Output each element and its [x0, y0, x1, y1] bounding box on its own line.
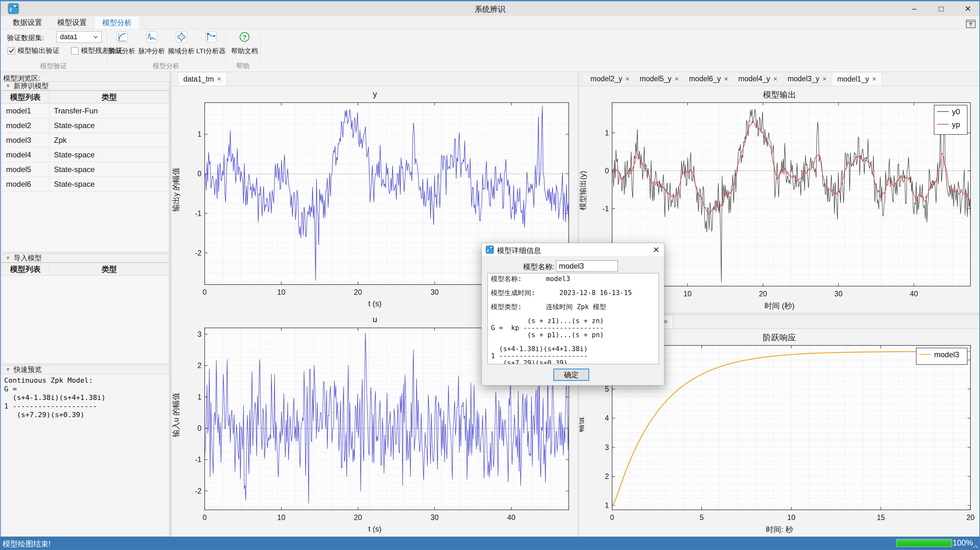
频域分析-button[interactable]: 频域分析	[167, 29, 196, 56]
tab-close-icon[interactable]: ×	[724, 75, 728, 83]
section-header-new-models[interactable]: ▼ 新辨识模型	[1, 81, 169, 91]
minimize-button[interactable]: –	[908, 4, 921, 13]
group-caption: 帮助	[236, 62, 250, 70]
LTI分析器-button[interactable]: LTI分析器	[196, 29, 226, 56]
svg-text:y0: y0	[952, 107, 960, 116]
svg-text:?: ?	[243, 33, 247, 41]
svg-text:15: 15	[877, 513, 885, 521]
阶跃分析-button[interactable]: 阶跃分析	[107, 29, 137, 56]
tab-model5_y[interactable]: model5_y×	[635, 72, 684, 86]
column-header[interactable]: 模型列表	[2, 91, 49, 103]
svg-text:yp: yp	[952, 120, 960, 129]
svg-text:-1: -1	[195, 209, 202, 218]
model-name-label: 模型名称:	[523, 262, 554, 272]
ok-button[interactable]: 确定	[554, 369, 589, 381]
svg-text:4: 4	[605, 414, 609, 422]
svg-text:1: 1	[197, 393, 202, 401]
svg-text:10: 10	[277, 513, 286, 521]
lti-icon	[205, 31, 217, 44]
table-row-model1[interactable]: model1Transfer-Fun	[2, 103, 169, 118]
svg-text:-1: -1	[195, 455, 202, 464]
status-message: 模型绘图结束!	[3, 539, 51, 549]
tab-model6_y[interactable]: model6_y×	[684, 72, 733, 86]
section-header-quick-preview[interactable]: ▼ 快速预览	[1, 365, 169, 374]
svg-text:3: 3	[197, 330, 202, 339]
tab-model3_y[interactable]: model3_y×	[782, 72, 832, 86]
tab-close-icon[interactable]: ×	[822, 75, 827, 83]
collapse-triangle-icon: ▼	[5, 255, 11, 261]
identified-models-table: 模型列表类型model1Transfer-Funmodel2State-spac…	[1, 91, 169, 253]
column-header[interactable]: 类型	[49, 92, 169, 102]
tab-model1_y[interactable]: model1_y×	[832, 72, 882, 86]
dataset-label: 验证数据集:	[7, 33, 44, 43]
collapse-triangle-icon: ▼	[5, 83, 11, 89]
model-browser-sidebar: 模型浏览区: ▼ 新辨识模型 模型列表类型model1Transfer-Funm…	[1, 72, 170, 537]
checkbox-box[interactable]	[71, 47, 78, 54]
svg-text:5: 5	[605, 385, 609, 393]
svg-text:20: 20	[354, 513, 362, 521]
step-icon	[116, 31, 128, 44]
ribbon-tab-模型设置[interactable]: 模型设置	[50, 16, 94, 29]
model-output-tab-bar: model2_y×model5_y×model6_y×model4_y×mode…	[579, 72, 979, 86]
tab-data1_tm[interactable]: data1_tm×	[178, 72, 227, 86]
tab-close-icon[interactable]: ×	[872, 75, 877, 83]
tab-model2_y[interactable]: model2_y×	[585, 72, 635, 86]
chevron-down-icon	[93, 35, 98, 38]
dialog-close-icon[interactable]: ✕	[652, 245, 660, 255]
collapse-ribbon-icon[interactable]	[966, 20, 975, 29]
checkbox-model-output-validation[interactable]: 模型输出验证	[8, 46, 60, 56]
svg-text:-2: -2	[195, 487, 202, 495]
column-header[interactable]: 模型列表	[2, 263, 49, 275]
svg-text:0: 0	[197, 170, 202, 178]
svg-text:30: 30	[430, 288, 439, 296]
model-name-input[interactable]	[556, 260, 618, 272]
plot-ylabel: 输入u 的幅值	[172, 393, 181, 437]
legend: y0yp	[934, 105, 967, 135]
ribbon-tab-数据设置[interactable]: 数据设置	[5, 16, 50, 29]
imported-models-table: 模型列表类型	[1, 262, 169, 364]
legend: model3	[916, 348, 967, 364]
svg-text:20: 20	[966, 513, 975, 521]
dataset-value: data1	[60, 33, 78, 41]
svg-text:30: 30	[834, 290, 843, 298]
svg-text:0: 0	[605, 167, 609, 175]
table-row-model3[interactable]: model3Zpk	[2, 133, 169, 148]
maximize-button[interactable]: □	[935, 4, 948, 13]
column-header[interactable]: 类型	[49, 264, 169, 274]
table-row-model5[interactable]: model5State-space	[2, 162, 169, 177]
table-row-model2[interactable]: model2State-space	[2, 118, 169, 133]
close-button[interactable]: ✕	[961, 4, 974, 13]
svg-text:0: 0	[610, 513, 614, 521]
svg-text:2: 2	[605, 472, 609, 480]
svg-text:1: 1	[197, 130, 202, 138]
tab-model4_y[interactable]: model4_y×	[733, 72, 783, 86]
plot-xlabel: 时间: 秒	[579, 525, 979, 537]
svg-text:2: 2	[197, 361, 202, 370]
section-header-imported-models[interactable]: ▼ 导入模型	[1, 254, 169, 262]
status-bar: 模型绘图结束! 100%	[1, 537, 979, 549]
model-info-text: 模型名称: model3 模型生成时间: 2023-12-8 16-13-15 …	[487, 273, 659, 364]
tab-close-icon[interactable]: ×	[675, 75, 679, 83]
checkbox-box[interactable]	[8, 47, 15, 54]
svg-text:40: 40	[910, 290, 918, 298]
plot-xlabel: t (s)	[172, 525, 578, 537]
ribbon-tab-bar: 数据设置模型设置模型分析	[1, 16, 979, 29]
resize-grip[interactable]	[973, 543, 978, 548]
help-icon: ?	[239, 31, 250, 44]
脉冲分析-button[interactable]: 脉冲分析	[137, 29, 166, 56]
title-bar: 系统辨识 – □ ✕	[1, 1, 979, 16]
tab-close-icon[interactable]: ×	[217, 75, 221, 83]
svg-text:10: 10	[787, 513, 795, 521]
group-caption: 模型验证	[40, 62, 67, 70]
tab-close-icon[interactable]: ×	[773, 75, 778, 83]
center-tab-bar: data1_tm×	[172, 72, 578, 86]
ribbon-tab-模型分析[interactable]: 模型分析	[94, 16, 140, 29]
svg-text:1: 1	[605, 501, 609, 510]
validation-dataset-select[interactable]: data1	[56, 31, 102, 43]
dialog-title-bar: 模型详细信息 ✕	[482, 243, 664, 256]
tab-close-icon[interactable]: ×	[625, 75, 630, 83]
progress-bar	[896, 539, 952, 547]
table-row-model4[interactable]: model4State-space	[2, 148, 169, 162]
table-row-model6[interactable]: model6State-space	[2, 177, 169, 192]
help-doc-button[interactable]: ? 帮助文档	[229, 29, 260, 56]
